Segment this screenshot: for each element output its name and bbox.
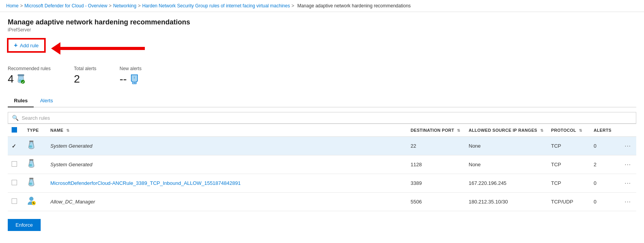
col-name-header[interactable]: NAME ⇅ [46,124,407,137]
col-alerts-header: ALERTS [590,124,621,137]
breadcrumb: Home > Microsoft Defender for Cloud - Ov… [0,0,644,12]
row-checkbox[interactable] [12,198,17,204]
row-checkbox[interactable] [12,180,17,185]
allowed-sort-icon: ⇅ [540,128,543,133]
row-checkmark[interactable]: ✓ [12,143,16,149]
new-alerts-value: -- ! NEW [120,73,142,85]
svg-text:✓: ✓ [21,81,24,84]
breadcrumb-defender[interactable]: Microsoft Defender for Cloud - Overview [24,3,107,9]
tab-rules[interactable]: Rules [8,95,34,107]
row-protocol-cell: TCP [547,174,590,193]
rule-name: System Generated [50,143,92,149]
row-checkbox-cell [8,155,23,174]
select-all-checkbox[interactable] [12,127,17,133]
rule-name: Allow_DC_Manager [50,199,95,205]
flask-icon [27,146,36,152]
col-allowed-header[interactable]: ALLOWED SOURCE IP RANGES ⇅ [465,124,547,137]
row-checkbox[interactable] [12,161,17,167]
row-dest-port-cell: 22 [407,137,465,155]
svg-text:✎: ✎ [33,202,35,205]
recommended-rules-value: 4 ✓ [8,73,51,85]
col-protocol-header[interactable]: PROTOCOL ⇅ [547,124,590,137]
arrow-annotation [51,42,145,55]
row-name-cell: System Generated [46,137,407,155]
total-alerts-value: 2 [74,73,96,85]
svg-text:!: ! [134,76,135,79]
row-dest-port-cell: 5506 [407,193,465,211]
row-actions-cell: ··· [621,174,636,193]
more-options-button[interactable]: ··· [625,180,631,186]
arrow-head [51,42,60,55]
row-protocol-cell: TCP/UDP [547,193,590,211]
plus-icon: + [14,42,17,49]
page-container: Manage adaptive network hardening recomm… [0,12,644,237]
breadcrumb-current: Manage adaptive network hardening recomm… [297,3,411,9]
row-name-cell: System Generated [46,155,407,174]
row-dest-port-cell: 1128 [407,155,465,174]
rule-name-link[interactable]: MicrosoftDefenderforCloud-ANCRule_3389_T… [50,180,240,186]
row-type-cell [23,155,46,174]
page-subtitle: iPrefServer [8,27,636,33]
search-bar: 🔍 [8,112,636,124]
col-type-header: TYPE [23,124,46,137]
row-name-cell: MicrosoftDefenderforCloud-ANCRule_3389_T… [46,174,407,193]
person-icon: ✎ [27,202,36,207]
page-title: Manage adaptive network hardening recomm… [8,18,636,26]
row-alerts-cell: 0 [590,137,621,155]
row-allowed-source-cell: 180.212.35.10/30 [465,193,547,211]
row-allowed-source-cell: None [465,155,547,174]
add-rule-label: Add rule [20,43,38,48]
row-alerts-cell: 0 [590,193,621,211]
row-actions-cell: ··· [621,137,636,155]
table-row: ✓ System Generated22NoneTCP0··· [8,137,636,155]
row-checkbox-cell [8,193,23,211]
stat-new-alerts: New alerts -- ! NEW [120,66,142,85]
more-options-button[interactable]: ··· [625,143,631,149]
svg-rect-7 [29,141,33,142]
row-alerts-cell: 2 [590,155,621,174]
row-allowed-source-cell: 167.220.196.245 [465,174,547,193]
svg-text:NEW: NEW [132,82,137,84]
breadcrumb-home[interactable]: Home [6,3,19,9]
row-checkbox-cell: ✓ [8,137,23,155]
row-dest-port-cell: 3389 [407,174,465,193]
row-actions-cell: ··· [621,155,636,174]
rule-name: System Generated [50,162,92,167]
recommended-rules-label: Recommended rules [8,66,51,71]
tab-alerts[interactable]: Alerts [34,95,59,107]
dest-sort-icon: ⇅ [457,128,460,133]
rules-icon: ✓ [16,74,26,84]
more-options-button[interactable]: ··· [625,161,631,168]
breadcrumb-nsg[interactable]: Harden Network Security Group rules of i… [142,3,290,9]
search-input[interactable] [22,115,138,121]
breadcrumb-networking[interactable]: Networking [113,3,136,9]
row-name-cell: Allow_DC_Manager [46,193,407,211]
svg-point-19 [29,197,33,201]
table-header-row: TYPE NAME ⇅ DESTINATION PORT ⇅ ALLOWED S… [8,124,636,137]
table-row: ✎ Allow_DC_Manager5506180.212.35.10/30TC… [8,193,636,211]
col-dest-header[interactable]: DESTINATION PORT ⇅ [407,124,465,137]
svg-point-8 [29,145,32,148]
add-rule-button[interactable]: + Add rule [8,39,45,52]
row-type-cell [23,174,46,193]
flask-icon [27,183,36,189]
tabs: Rules Alerts [8,95,636,107]
table-row: System Generated1128NoneTCP2··· [8,155,636,174]
row-actions-cell: ··· [621,193,636,211]
stat-total-alerts: Total alerts 2 [74,66,96,85]
rules-table: TYPE NAME ⇅ DESTINATION PORT ⇅ ALLOWED S… [8,124,636,211]
flask-icon [27,164,36,170]
enforce-button[interactable]: Enforce [8,219,41,231]
stats-row: Recommended rules 4 ✓ Total alerts [8,66,636,85]
svg-point-16 [29,183,32,185]
new-alerts-label: New alerts [120,66,142,71]
total-alerts-label: Total alerts [74,66,96,71]
stat-recommended-rules: Recommended rules 4 ✓ [8,66,51,85]
svg-point-12 [29,164,32,166]
name-sort-icon: ⇅ [66,128,69,133]
search-icon: 🔍 [12,115,19,121]
svg-rect-0 [18,74,24,76]
row-protocol-cell: TCP [547,137,590,155]
row-allowed-source-cell: None [465,137,547,155]
more-options-button[interactable]: ··· [625,198,631,205]
